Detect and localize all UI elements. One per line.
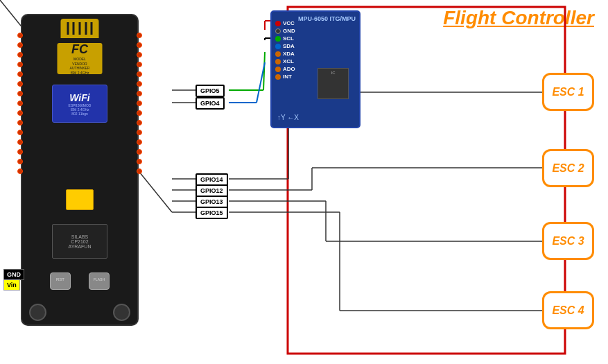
esp8266-board: FC MODELVENDORAUTHINKERISM 2.4GHz [21, 14, 139, 326]
esp-pin-left [17, 139, 23, 145]
esp-pin-left [17, 149, 23, 155]
esp-pin-right [137, 81, 142, 87]
esp-pin-left [17, 81, 23, 87]
mpu6050-module: MPU-6050 ITG/MPU VCC GND SCL SDA XDA [270, 10, 361, 128]
mounting-hole-left [29, 304, 46, 321]
esc1-box: ESC 1 [542, 73, 594, 111]
yellow-component [66, 189, 94, 210]
vin-label: Vin [3, 279, 20, 291]
flight-controller-title: Flight Controller [443, 7, 594, 29]
svg-line-4 [257, 62, 265, 103]
rst-label: RST [51, 273, 70, 281]
gpio5-label: GPIO5 [196, 85, 225, 97]
esp-pin-right [137, 62, 142, 67]
esp-pin-left [17, 159, 23, 164]
esp-pin-left [17, 62, 23, 67]
wifi-sub: ESP8266MODISM 2.4GHz802 11bgn [69, 103, 92, 116]
silabs-chip: SILABSCP2102AYRAFUN [52, 224, 107, 259]
esp-pin-left [17, 110, 23, 116]
svg-line-2 [263, 52, 265, 90]
esp-pin-left [17, 168, 23, 174]
esp-pin-left [17, 71, 23, 77]
mpu-axis: ↑Y ←X [277, 114, 299, 121]
mounting-hole-right [113, 304, 130, 321]
esc4-box: ESC 4 [542, 291, 594, 329]
flash-label: FLASH [89, 273, 109, 281]
gpio4-label: GPIO4 [196, 97, 225, 110]
silabs-label: SILABSCP2102AYRAFUN [69, 234, 92, 249]
esp-pin-right [137, 91, 142, 96]
mpu-label: MPU-6050 ITG/MPU [298, 15, 356, 22]
esp-pin-right [137, 120, 142, 125]
rst-button[interactable]: RST [50, 272, 71, 290]
wifi-module: WiFi ESP8266MODISM 2.4GHz802 11bgn [52, 85, 107, 123]
esp-pin-right [137, 101, 142, 106]
esp-pin-left [17, 52, 23, 58]
esp-pin-right [137, 52, 142, 58]
mpu-chip: IC [318, 68, 349, 99]
gpio15-label: GPIO15 [196, 207, 228, 219]
esp-pin-left [17, 130, 23, 135]
esp-pin-right [137, 139, 142, 145]
flash-button[interactable]: FLASH [89, 272, 110, 290]
esp-pin-right [137, 71, 142, 77]
esp-pin-left [17, 120, 23, 125]
esp-pin-left [17, 91, 23, 96]
esp-pin-right [137, 168, 142, 174]
esp-pin-right [137, 159, 142, 164]
esp-pin-right [137, 110, 142, 116]
fc-label: FC [71, 42, 88, 57]
esc1-label: ESC 1 [552, 86, 584, 98]
esp-pin-right [137, 130, 142, 135]
esc2-box: ESC 2 [542, 149, 594, 187]
esp-pin-right [137, 42, 142, 48]
esp-pin-left [17, 42, 23, 48]
esc3-box: ESC 3 [542, 222, 594, 260]
gnd-label: GND [3, 269, 24, 280]
esc2-label: ESC 2 [552, 162, 584, 175]
esp-pin-left [17, 33, 23, 38]
main-container: Flight Controller [0, 0, 608, 364]
esp-pin-right [137, 33, 142, 38]
esc4-label: ESC 4 [552, 304, 584, 317]
wifi-label: WiFi [69, 92, 89, 103]
esc3-label: ESC 3 [552, 235, 584, 248]
esp-pin-right [137, 149, 142, 155]
esp-pin-left [17, 101, 23, 106]
